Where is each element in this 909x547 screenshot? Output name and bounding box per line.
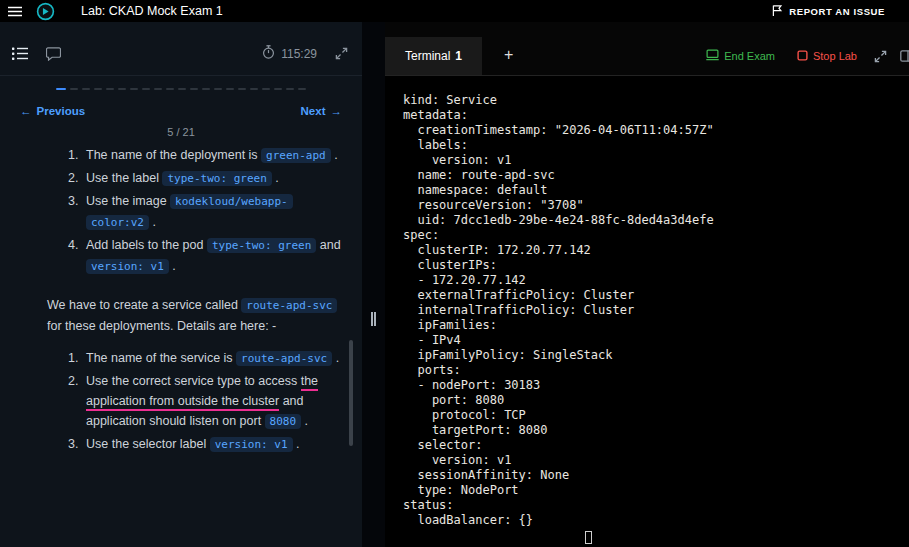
chat-icon[interactable] <box>46 47 61 61</box>
terminal-tab-bar: Terminal 1 + End Exam Stop Lab <box>385 22 909 76</box>
question-nav: ← Previous Next → <box>0 105 362 117</box>
progress-dash[interactable] <box>286 88 294 90</box>
task-item: Use the correct service type to access t… <box>70 371 342 432</box>
progress-dashes <box>0 88 362 90</box>
end-exam-label: End Exam <box>724 50 775 62</box>
task-item: Use the label type-two: green . <box>70 168 342 189</box>
progress-dash[interactable] <box>250 88 258 90</box>
inline-code: type-two: green <box>207 238 316 253</box>
arrow-right-icon: → <box>331 105 343 117</box>
monitor-icon <box>706 49 719 63</box>
task-item: Use the image kodekloud/webapp-color:v2 … <box>70 191 342 233</box>
terminal-panel: Terminal 1 + End Exam Stop Lab <box>385 22 909 547</box>
stop-lab-label: Stop Lab <box>813 50 857 62</box>
progress-dash[interactable] <box>130 88 138 90</box>
main-split: 115:29 ← Previous Next → 5 / 21 The name… <box>0 22 909 547</box>
inline-code: route-apd-svc <box>241 298 337 313</box>
inline-code: green-apd <box>261 148 331 163</box>
progress-dash[interactable] <box>106 88 114 90</box>
inline-code: route-apd-svc <box>236 351 332 366</box>
text-segment: . <box>332 351 339 365</box>
page-indicator: 5 / 21 <box>0 126 362 138</box>
arrow-left-icon: ← <box>20 105 32 117</box>
progress-dash[interactable] <box>94 88 102 90</box>
progress-dash[interactable] <box>82 88 90 90</box>
progress-dash[interactable] <box>70 88 78 90</box>
task-item: The name of the service is route-apd-svc… <box>70 348 342 369</box>
progress-dash[interactable] <box>262 88 270 90</box>
progress-dash[interactable] <box>142 88 150 90</box>
task-list-icon[interactable] <box>12 47 28 60</box>
task-item: Add labels to the pod type-two: green an… <box>70 235 342 277</box>
progress-dash[interactable] <box>238 88 246 90</box>
new-terminal-button[interactable]: + <box>504 37 513 75</box>
progress-dash[interactable] <box>56 88 66 90</box>
text-segment: . <box>272 171 279 185</box>
resize-handle-icon <box>371 312 376 326</box>
text-segment: Use the selector label <box>86 437 210 451</box>
task-item: The name of the deployment is green-apd … <box>70 145 342 166</box>
top-bar: Lab: CKAD Mock Exam 1 REPORT AN ISSUE <box>0 0 909 22</box>
terminal-output[interactable]: kind: Service metadata: creationTimestam… <box>385 76 909 547</box>
terminal-tab-number: 1 <box>455 49 462 63</box>
expand-panel-icon[interactable] <box>335 47 348 60</box>
progress-dash[interactable] <box>202 88 210 90</box>
exam-timer: 115:29 <box>262 45 317 62</box>
panel-layout-icon[interactable] <box>900 50 909 62</box>
task-list-1: The name of the deployment is green-apd … <box>70 145 342 277</box>
stop-icon <box>797 50 808 63</box>
lab-title: Lab: CKAD Mock Exam 1 <box>81 4 223 18</box>
next-label: Next <box>301 105 326 117</box>
terminal-text: kind: Service metadata: creationTimestam… <box>403 93 901 528</box>
progress-dash[interactable] <box>178 88 186 90</box>
progress-dash[interactable] <box>226 88 234 90</box>
task-list-2: The name of the service is route-apd-svc… <box>70 348 342 455</box>
text-segment: We have to create a service called <box>47 298 241 312</box>
questions-panel: 115:29 ← Previous Next → 5 / 21 The name… <box>0 22 362 547</box>
question-content: The name of the deployment is green-apd … <box>0 138 362 455</box>
end-exam-button[interactable]: End Exam <box>706 49 775 63</box>
report-an-issue-button[interactable]: REPORT AN ISSUE <box>772 4 885 19</box>
previous-button[interactable]: ← Previous <box>20 105 85 117</box>
text-segment: for these deployments. Details are here:… <box>47 319 276 333</box>
text-segment: The name of the deployment is <box>86 148 261 162</box>
progress-dash[interactable] <box>214 88 222 90</box>
text-segment: The name of the service is <box>86 351 236 365</box>
inline-code: 8080 <box>265 414 302 429</box>
kodekloud-logo-icon[interactable] <box>36 2 55 21</box>
fullscreen-icon[interactable] <box>874 50 887 63</box>
questions-panel-header: 115:29 <box>0 22 362 76</box>
text-segment: . <box>293 437 300 451</box>
panel-resizer[interactable] <box>362 22 385 547</box>
progress-dash[interactable] <box>166 88 174 90</box>
text-segment: Use the label <box>86 171 162 185</box>
progress-dash[interactable] <box>118 88 126 90</box>
text-segment: Use the correct service type to access <box>86 374 301 388</box>
progress-dash[interactable] <box>154 88 162 90</box>
terminal-cursor <box>585 531 592 544</box>
inline-code: version: v1 <box>86 259 169 274</box>
text-segment: . <box>149 215 156 229</box>
text-segment: and <box>316 238 340 252</box>
task-item: Use the selector label version: v1 . <box>70 434 342 455</box>
terminal-tab-label: Terminal <box>405 49 450 63</box>
inline-code: type-two: green <box>162 171 271 186</box>
next-button[interactable]: Next → <box>301 105 342 117</box>
text-segment: Add labels to the pod <box>86 238 207 252</box>
progress-dash[interactable] <box>298 88 306 90</box>
flag-icon <box>772 4 783 19</box>
progress-dash[interactable] <box>190 88 198 90</box>
instruction-paragraph: We have to create a service called route… <box>47 295 342 336</box>
report-an-issue-label: REPORT AN ISSUE <box>789 6 885 17</box>
previous-label: Previous <box>37 105 86 117</box>
tab-terminal-1[interactable]: Terminal 1 <box>385 37 482 75</box>
menu-icon[interactable] <box>8 6 22 17</box>
questions-scrollbar[interactable] <box>349 340 353 446</box>
inline-code: version: v1 <box>210 437 293 452</box>
progress-dash[interactable] <box>274 88 282 90</box>
stop-lab-button[interactable]: Stop Lab <box>797 50 857 63</box>
text-segment: Use the image <box>86 194 170 208</box>
text-segment: . <box>301 414 308 428</box>
text-segment: . <box>331 148 338 162</box>
timer-value: 115:29 <box>281 47 317 61</box>
